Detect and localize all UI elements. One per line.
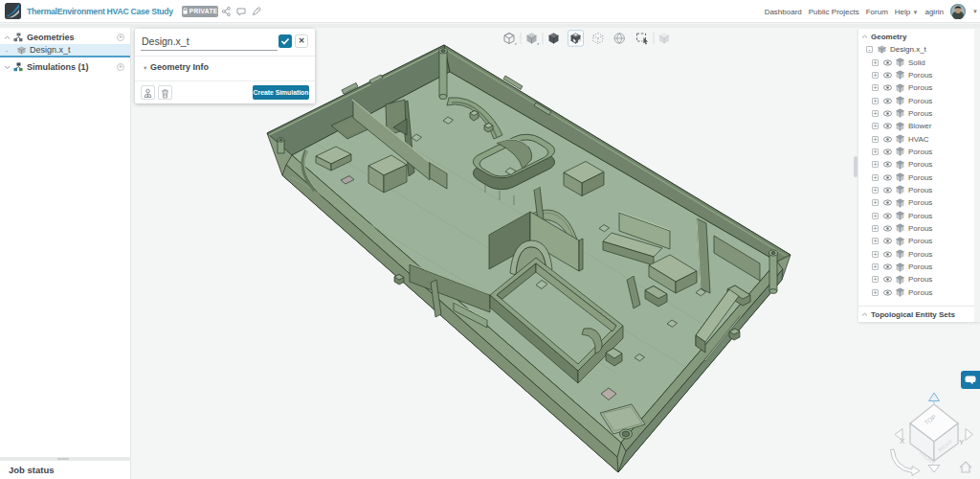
svg-text:Y: Y (959, 438, 965, 446)
